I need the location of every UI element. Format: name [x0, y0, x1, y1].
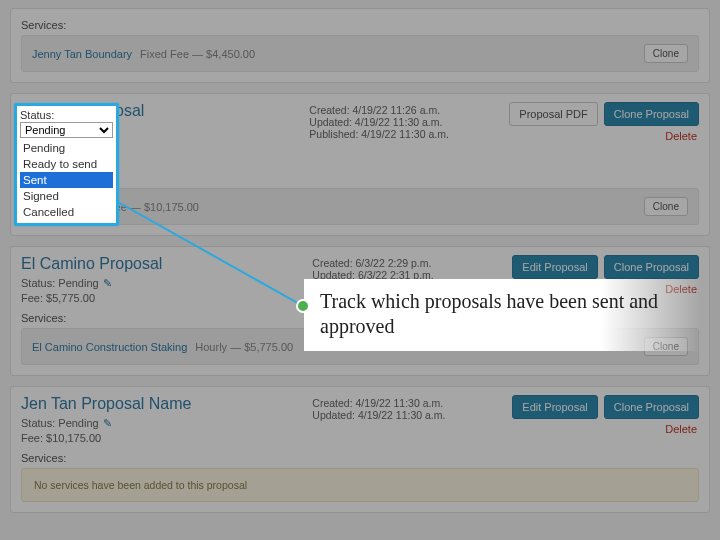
clone-service-button[interactable]: Clone	[644, 44, 688, 63]
proposal-title[interactable]: El Camino Proposal	[21, 255, 312, 273]
service-link[interactable]: Jenny Tan Boundary	[32, 48, 132, 60]
created-text: Created: 6/3/22 2:29 p.m.	[312, 257, 512, 269]
service-link[interactable]: El Camino Construction Staking	[32, 341, 187, 353]
status-text: Status: Pending	[21, 417, 99, 429]
clone-proposal-button[interactable]: Clone Proposal	[604, 102, 699, 126]
proposal-pdf-button[interactable]: Proposal PDF	[509, 102, 597, 126]
services-empty: No services have been added to this prop…	[21, 468, 699, 502]
service-details: Fixed Fee — $4,450.00	[140, 48, 255, 60]
status-option[interactable]: Signed	[20, 188, 113, 204]
created-text: Created: 4/19/22 11:26 a.m.	[309, 104, 509, 116]
callout-dot	[296, 299, 310, 313]
fee-text: Fee: $10,175.00	[21, 432, 312, 444]
edit-status-icon[interactable]: ✎	[103, 277, 112, 289]
status-option[interactable]: Pending	[20, 140, 113, 156]
proposal-title[interactable]: Jen Tan Proposal Name	[21, 395, 312, 413]
status-option[interactable]: Ready to send	[20, 156, 113, 172]
delete-link[interactable]: Delete	[665, 423, 697, 435]
updated-text: Updated: 4/19/22 11:30 a.m.	[312, 409, 512, 421]
service-row: Jenny Tan Boundary Fixed Fee — $4,450.00…	[21, 35, 699, 72]
updated-text: Updated: 4/19/22 11:30 a.m.	[309, 116, 509, 128]
status-select[interactable]: Pending	[20, 122, 113, 138]
callout-text: Track which proposals have been sent and…	[304, 279, 700, 351]
status-dropdown-popup[interactable]: Status: Pending PendingReady to sendSent…	[14, 103, 119, 226]
services-label: Services:	[21, 452, 699, 464]
clone-proposal-button[interactable]: Clone Proposal	[604, 255, 699, 279]
clone-proposal-button[interactable]: Clone Proposal	[604, 395, 699, 419]
status-option[interactable]: Cancelled	[20, 204, 113, 220]
edit-status-icon[interactable]: ✎	[103, 417, 112, 429]
service-row: x …ary Fixed Fee — $10,175.00 Clone	[21, 188, 699, 225]
service-details: Hourly — $5,775.00	[195, 341, 293, 353]
status-text: Status: Pending	[21, 277, 99, 289]
status-option[interactable]: Sent	[20, 172, 113, 188]
edit-proposal-button[interactable]: Edit Proposal	[512, 395, 597, 419]
delete-link[interactable]: Delete	[665, 130, 697, 142]
fee-text: Fee: $5,775.00	[21, 292, 312, 304]
clone-service-button[interactable]: Clone	[644, 197, 688, 216]
status-label: Status:	[20, 109, 113, 121]
services-label: Services:	[21, 19, 699, 31]
edit-proposal-button[interactable]: Edit Proposal	[512, 255, 597, 279]
created-text: Created: 4/19/22 11:30 a.m.	[312, 397, 512, 409]
published-text: Published: 4/19/22 11:30 a.m.	[309, 128, 509, 140]
